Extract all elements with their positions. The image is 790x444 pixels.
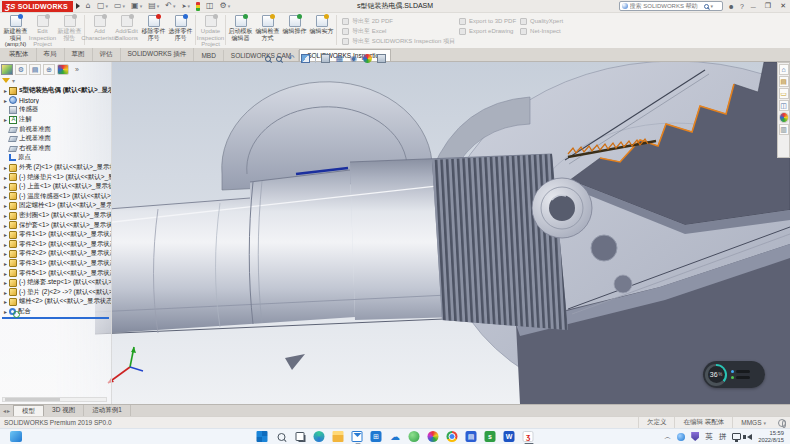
display-settings-icon[interactable] — [206, 2, 214, 10]
tree-item[interactable]: 零件5<1> (默认<<默认>_显示状态 — [2, 268, 111, 278]
apply-scene-icon[interactable] — [377, 54, 386, 63]
tree-item[interactable]: (-) 绝缘套.step<1> (默认<<默认> — [2, 278, 111, 288]
blue-app-icon[interactable] — [466, 431, 477, 442]
expand-arrow-icon[interactable] — [2, 87, 9, 94]
widgets-icon[interactable] — [10, 431, 22, 442]
ribbon-button-edit-operations[interactable]: 编辑操作 — [281, 14, 308, 35]
expand-arrow-icon[interactable] — [2, 97, 9, 104]
save-icon[interactable] — [131, 2, 142, 10]
select-icon[interactable] — [181, 2, 190, 10]
tree-item[interactable]: 传感器 — [2, 105, 111, 115]
hide-show-items-icon[interactable] — [349, 54, 358, 63]
tab-scroll-arrows[interactable] — [0, 405, 13, 416]
custom-properties-icon[interactable] — [779, 124, 789, 135]
rebuild-traffic-light-icon[interactable] — [196, 2, 200, 11]
expand-arrow-icon[interactable] — [2, 193, 9, 200]
taskbar-search-icon[interactable] — [276, 431, 287, 442]
tree-item-mates[interactable]: 配合 — [2, 307, 111, 317]
tree-item[interactable]: 零件1<1> (默认<<默认>_显示状态 — [2, 230, 111, 240]
tray-shield-icon[interactable] — [691, 432, 699, 441]
tree-item[interactable]: 原点 — [2, 153, 111, 163]
resources-home-icon[interactable] — [779, 64, 789, 75]
hidden-icons-chevron[interactable] — [664, 432, 671, 442]
start-button-icon[interactable] — [257, 431, 268, 442]
undo-icon[interactable] — [165, 2, 175, 10]
export-2d-pdf[interactable]: 导出至 2D PDF — [342, 16, 455, 26]
edit-appearance-icon[interactable] — [363, 54, 372, 63]
home-icon[interactable] — [86, 2, 91, 10]
expand-arrow-icon[interactable] — [2, 250, 9, 257]
feature-tree-tab-icon[interactable] — [1, 64, 13, 75]
search-icon[interactable] — [704, 4, 709, 9]
tree-item[interactable]: 螺栓<2> (默认<<默认>_显示状态 — [2, 297, 111, 307]
export-3d-pdf[interactable]: Export to 3D PDF — [459, 16, 516, 26]
tree-item[interactable]: 保护套<1> (默认<<默认>_显示状 — [2, 220, 111, 230]
more-tabs-icon[interactable] — [71, 64, 83, 75]
configuration-manager-tab-icon[interactable] — [29, 64, 41, 75]
tree-item[interactable]: 零件2<2> (默认<<默认>_显示状态 — [2, 249, 111, 259]
expand-arrow-icon[interactable] — [2, 298, 9, 305]
tree-item[interactable]: (-) 上盖<1> (默认<<默认>_显示状 — [2, 182, 111, 192]
word-icon[interactable] — [504, 431, 515, 442]
login-user-icon[interactable] — [728, 3, 735, 10]
wps-app-icon[interactable] — [485, 431, 496, 442]
expand-arrow-icon[interactable] — [2, 202, 9, 209]
display-manager-tab-icon[interactable] — [57, 64, 69, 75]
open-icon[interactable] — [114, 2, 125, 10]
expand-arrow-icon[interactable] — [2, 289, 9, 296]
tree-item[interactable]: 密封圈<1> (默认<<默认>_显示状 — [2, 211, 111, 221]
export-excel[interactable]: 导出至 Excel — [342, 26, 455, 36]
tree-item[interactable]: History — [2, 96, 111, 106]
ribbon-button-add-edit-balloons[interactable]: Add/Edit Balloons — [113, 14, 140, 41]
export-edrawing[interactable]: Export eDrawing — [459, 26, 516, 36]
ime-mode-indicator[interactable]: 拼 — [719, 432, 727, 442]
minimize-button[interactable] — [749, 3, 758, 10]
ribbon-button-new-inspection[interactable]: 新建检查项目 (amp;N) — [2, 14, 29, 48]
new-document-icon[interactable] — [97, 2, 108, 10]
green-app-icon[interactable] — [409, 431, 420, 442]
property-manager-tab-icon[interactable] — [15, 64, 27, 75]
design-library-icon[interactable] — [779, 76, 789, 87]
scrollbar-thumb[interactable] — [5, 398, 60, 401]
clock[interactable]: 15:59 2022/8/15 — [758, 430, 784, 443]
tree-item[interactable]: 外壳 (2)<1> (默认<<默认>_显示状 — [2, 163, 111, 173]
tree-item[interactable]: (-) 绝缘垫片<1> (默认<<默认>_显示 — [2, 172, 111, 182]
tab-mbd[interactable]: MBD — [194, 50, 223, 61]
tree-horizontal-scrollbar[interactable] — [2, 397, 107, 402]
tree-root[interactable]: s型铠装热电偶 (默认<默认>_显示状态-1 — [2, 86, 111, 96]
tree-item[interactable]: 零件2<1> (默认<<默认>_显示状态 — [2, 240, 111, 250]
edge-browser-icon[interactable] — [314, 431, 325, 442]
tree-item[interactable]: 前视基准面 — [2, 124, 111, 134]
tree-item[interactable]: 零件3<1> (默认<<默认>_显示状态 — [2, 259, 111, 269]
expand-arrow-icon[interactable] — [2, 174, 9, 181]
export-inspection-project[interactable]: 导出至 SOLIDWORKS Inspection 项目 — [342, 36, 455, 46]
file-explorer-icon[interactable] — [779, 88, 789, 99]
units-dropdown-icon[interactable] — [763, 419, 766, 426]
expand-arrow-icon[interactable] — [2, 270, 9, 277]
expand-arrow-icon[interactable] — [2, 183, 9, 190]
help-button[interactable]: ? — [740, 3, 744, 10]
ime-language-indicator[interactable]: 英 — [705, 432, 713, 442]
tray-app-icon-blue[interactable] — [677, 433, 685, 441]
units-selector[interactable]: MMGS — [732, 417, 774, 428]
ribbon-button-template-editor[interactable]: 启动模板编辑器 — [227, 14, 254, 41]
menu-expand-icon[interactable] — [76, 3, 80, 9]
web-help-globe-icon[interactable] — [778, 419, 786, 427]
ribbon-button-edit-inspection[interactable]: Edit Inspection Project — [29, 14, 56, 48]
expand-arrow-icon[interactable] — [2, 231, 9, 238]
tab-motion-study[interactable]: 运动算例1 — [84, 405, 131, 416]
qualityxpert[interactable]: QualityXpert — [520, 16, 563, 26]
zoom-area-icon[interactable] — [276, 56, 282, 62]
mail-icon[interactable] — [352, 431, 363, 442]
ribbon-button-select-balloons[interactable]: 选择零件序号 — [167, 14, 194, 41]
help-search-box[interactable]: ▾ — [619, 1, 723, 11]
view-palette-icon[interactable] — [779, 100, 789, 111]
chrome-icon[interactable] — [447, 431, 458, 442]
solidworks-taskbar-icon[interactable] — [523, 431, 534, 442]
expand-arrow-icon[interactable] — [2, 164, 9, 171]
scroll-left-icon[interactable] — [3, 407, 6, 414]
tab-model[interactable]: 模型 — [13, 405, 44, 416]
expand-arrow-icon[interactable] — [2, 308, 9, 315]
expand-arrow-icon[interactable] — [2, 212, 9, 219]
scroll-right-icon[interactable] — [7, 407, 10, 414]
